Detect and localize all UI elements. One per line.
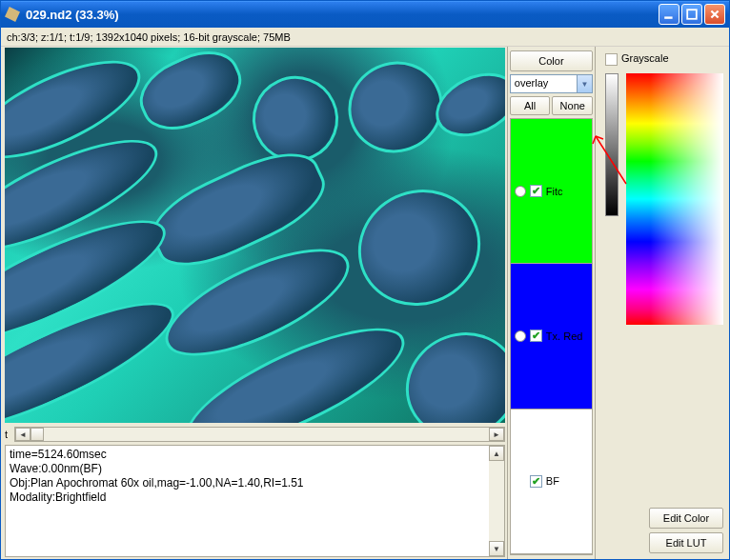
channel-radio-fitc[interactable]: [515, 186, 526, 197]
svg-rect-0: [664, 16, 672, 18]
grayscale-gradient[interactable]: [605, 73, 618, 216]
info-time: time=5124.60msec: [10, 448, 500, 462]
display-mode-value: overlay: [510, 74, 578, 93]
slider-thumb[interactable]: [30, 428, 44, 441]
close-button[interactable]: [704, 4, 725, 25]
color-palette[interactable]: [626, 73, 723, 325]
channel-label: Tx. Red: [546, 330, 583, 342]
info-modality: Modality:Brightfield: [10, 490, 500, 505]
none-button[interactable]: None: [552, 96, 593, 115]
left-pane: t ◄ ► time=5124.60msec Wave:0.00nm(BF) O…: [1, 47, 508, 559]
info-objective: Obj:Plan Apochromat 60x oil,mag=-1.00,NA…: [10, 476, 500, 490]
channel-fitc[interactable]: ✔ Fitc: [511, 119, 592, 264]
channel-bf[interactable]: ✔ BF: [511, 410, 592, 554]
color-panel: Grayscale Edit Color Edit LUT: [596, 47, 729, 559]
app-window: 029.nd2 (33.3%) ch:3/3; z:1/1; t:1/9; 13…: [0, 0, 730, 560]
channel-list: ✔ Fitc ✔ Tx. Red ✔ BF: [510, 118, 593, 555]
channel-label: Fitc: [546, 186, 563, 197]
all-button[interactable]: All: [510, 96, 551, 115]
color-button[interactable]: Color: [510, 50, 593, 71]
channel-checkbox-fitc[interactable]: ✔: [530, 185, 542, 197]
dropdown-arrow-icon[interactable]: ▼: [578, 74, 593, 93]
imagej-icon: [5, 7, 20, 22]
channel-pane: Color overlay ▼ All None ✔ Fitc ✔ Tx. Re…: [508, 47, 596, 559]
edit-color-button[interactable]: Edit Color: [649, 508, 723, 529]
display-mode-dropdown[interactable]: overlay ▼: [510, 74, 593, 93]
time-slider-label: t: [5, 429, 12, 440]
grayscale-label: Grayscale: [621, 52, 669, 64]
edit-lut-button[interactable]: Edit LUT: [649, 532, 723, 553]
grayscale-checkbox[interactable]: [605, 53, 618, 66]
channel-checkbox-bf[interactable]: ✔: [530, 475, 542, 488]
maximize-button[interactable]: [681, 4, 702, 25]
channel-label: BF: [546, 475, 559, 487]
slider-right-arrow-icon[interactable]: ►: [489, 428, 504, 441]
channel-radio-txred[interactable]: [515, 330, 526, 342]
image-viewer[interactable]: [5, 48, 505, 423]
slider-left-arrow-icon[interactable]: ◄: [15, 428, 30, 441]
time-slider[interactable]: ◄ ►: [14, 427, 505, 442]
window-title: 029.nd2 (33.3%): [26, 8, 659, 22]
metadata-panel: time=5124.60msec Wave:0.00nm(BF) Obj:Pla…: [5, 445, 505, 557]
scroll-down-arrow-icon[interactable]: ▼: [489, 541, 504, 556]
channel-txred[interactable]: ✔ Tx. Red: [511, 264, 592, 409]
titlebar[interactable]: 029.nd2 (33.3%): [1, 1, 729, 28]
info-wave: Wave:0.00nm(BF): [10, 462, 500, 476]
info-scrollbar[interactable]: ▲ ▼: [489, 446, 504, 556]
scroll-up-arrow-icon[interactable]: ▲: [489, 446, 504, 461]
svg-rect-1: [687, 10, 697, 19]
minimize-button[interactable]: [659, 4, 679, 25]
image-metadata: ch:3/3; z:1/1; t:1/9; 1392x1040 pixels; …: [1, 28, 729, 47]
channel-checkbox-txred[interactable]: ✔: [530, 330, 542, 342]
